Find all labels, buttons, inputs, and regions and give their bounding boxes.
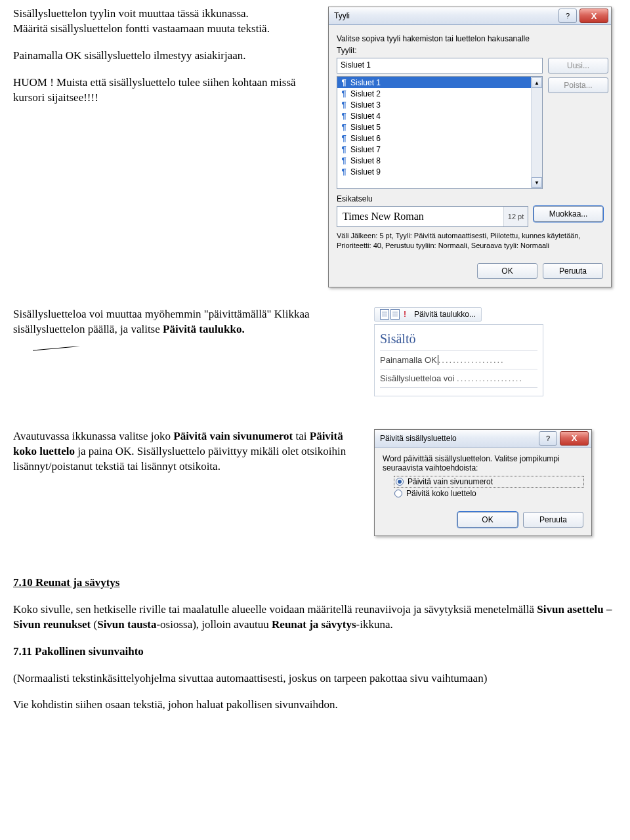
leader-dots: .................. bbox=[438, 355, 505, 365]
radio-icon bbox=[394, 490, 402, 497]
body-bold: Sivun tausta- bbox=[97, 618, 160, 631]
ok-button[interactable]: OK bbox=[457, 512, 518, 528]
list-item[interactable]: ¶Sisluet 1 bbox=[337, 77, 542, 88]
style-listbox[interactable]: ¶Sisluet 1 ¶Sisluet 2 ¶Sisluet 3 ¶Sislue… bbox=[337, 76, 543, 189]
doc-line: Sisällysluetteloa voi bbox=[380, 373, 454, 383]
pilcrow-icon: ¶ bbox=[340, 144, 348, 154]
body-bold: Reunat ja sävytys bbox=[272, 618, 356, 631]
new-button[interactable]: Uusi... bbox=[548, 58, 608, 74]
dialog-message: Word päivittää sisällysluettelon. Valits… bbox=[383, 454, 583, 472]
body-text: Vie kohdistin siihen osaan tekstiä, joho… bbox=[13, 698, 617, 713]
list-item[interactable]: ¶Sisluet 2 bbox=[337, 88, 542, 99]
list-item[interactable]: ¶Sisluet 3 bbox=[337, 99, 542, 110]
preview-size: 12 pt bbox=[503, 207, 528, 226]
body-text: tai bbox=[293, 430, 310, 442]
intro-line: Määritä sisällysluettelon fontti vastaam… bbox=[13, 22, 270, 35]
body-text: osiossa), jolloin avautuu bbox=[160, 618, 272, 631]
style-dialog: Tyyli ? X Valitse sopiva tyyli hakemisto… bbox=[328, 7, 612, 287]
cancel-button[interactable]: Peruuta bbox=[543, 263, 603, 279]
scroll-down-icon[interactable]: ▼ bbox=[532, 177, 542, 188]
instruction-label: Valitse sopiva tyyli hakemiston tai luet… bbox=[337, 34, 603, 43]
radio-update-entire[interactable]: Päivitä koko luettelo bbox=[394, 489, 583, 498]
dialog-title: Tyyli bbox=[334, 11, 558, 20]
pilcrow-icon: ¶ bbox=[340, 156, 348, 165]
ok-button[interactable]: OK bbox=[477, 263, 537, 279]
scroll-up-icon[interactable]: ▲ bbox=[532, 77, 542, 88]
list-item[interactable]: ¶Sisluet 9 bbox=[337, 166, 542, 177]
body-text: (Normaalisti tekstinkäsittelyohjelma siv… bbox=[13, 671, 617, 686]
section-heading: 7.11 Pakollinen sivunvaihto bbox=[13, 645, 144, 658]
modify-button[interactable]: Muokkaa... bbox=[534, 206, 603, 222]
intro-line: Painamalla OK sisällysluettelo ilmestyy … bbox=[13, 49, 315, 64]
body-text: Avautuvassa ikkunassa valitse joko bbox=[13, 430, 173, 442]
update-icon bbox=[404, 310, 410, 319]
preview-box: Times New Roman 12 pt bbox=[337, 206, 528, 227]
radio-label: Päivitä vain sivunumerot bbox=[408, 477, 493, 486]
list-item[interactable]: ¶Sisluet 8 bbox=[337, 155, 542, 166]
pilcrow-icon: ¶ bbox=[340, 100, 348, 110]
toc-icon bbox=[380, 309, 400, 320]
radio-update-pagenumbers[interactable]: Päivitä vain sivunumerot bbox=[394, 476, 583, 487]
cancel-button[interactable]: Peruuta bbox=[523, 512, 583, 528]
update-toc-ribbon-button[interactable]: Päivitä taulukko... bbox=[374, 307, 482, 322]
current-style-field[interactable]: Sisluet 1 bbox=[337, 58, 543, 74]
list-item[interactable]: ¶Sisluet 4 bbox=[337, 110, 542, 121]
list-item[interactable]: ¶Sisluet 7 bbox=[337, 144, 542, 155]
delete-button[interactable]: Poista... bbox=[548, 77, 608, 93]
svg-line-0 bbox=[33, 346, 368, 350]
dialog-title: Päivitä sisällysluettelo bbox=[380, 434, 539, 443]
help-button[interactable]: ? bbox=[558, 9, 577, 23]
pilcrow-icon: ¶ bbox=[340, 122, 348, 132]
scrollbar[interactable]: ▲ ▼ bbox=[531, 77, 542, 188]
body-text: -ikkuna. bbox=[356, 618, 393, 631]
doc-preview: Sisältö Painamalla OK.................. … bbox=[374, 324, 543, 396]
intro-line: Sisällysluettelon tyylin voit muuttaa tä… bbox=[13, 7, 249, 20]
section-heading: 7.10 Reunat ja sävytys bbox=[13, 576, 119, 589]
pilcrow-icon: ¶ bbox=[340, 77, 348, 87]
doc-line: Painamalla OK bbox=[380, 355, 437, 365]
body-bold: Päivitä vain sivunumerot bbox=[173, 430, 293, 442]
close-button[interactable]: X bbox=[560, 431, 589, 446]
toc-heading: Sisältö bbox=[380, 331, 537, 346]
preview-font-name: Times New Roman bbox=[337, 211, 503, 222]
list-item[interactable]: ¶Sisluet 6 bbox=[337, 133, 542, 144]
radio-icon bbox=[396, 478, 404, 486]
body-bold: Päivitä taulukko. bbox=[163, 323, 245, 335]
update-toc-dialog: Päivitä sisällysluettelo ? X Word päivit… bbox=[374, 429, 592, 536]
pilcrow-icon: ¶ bbox=[340, 111, 348, 121]
list-label: Tyylit: bbox=[337, 46, 603, 55]
style-description: Väli Jälkeen: 5 pt, Tyyli: Päivitä autom… bbox=[337, 231, 603, 251]
close-button[interactable]: X bbox=[579, 9, 608, 23]
pilcrow-icon: ¶ bbox=[340, 89, 348, 98]
intro-huom: HUOM ! bbox=[13, 76, 56, 89]
leader-dots: .................. bbox=[457, 373, 523, 383]
preview-label: Esikatselu bbox=[337, 194, 603, 203]
pilcrow-icon: ¶ bbox=[340, 133, 348, 143]
pilcrow-icon: ¶ bbox=[340, 167, 348, 177]
help-button[interactable]: ? bbox=[539, 431, 557, 446]
body-text: Sisällysluetteloa voi muuttaa myöhemmin … bbox=[13, 308, 310, 335]
radio-label: Päivitä koko luettelo bbox=[406, 489, 476, 498]
body-text: Koko sivulle, sen hetkiselle riville tai… bbox=[13, 603, 537, 616]
ribbon-label: Päivitä taulukko... bbox=[414, 310, 476, 319]
list-item[interactable]: ¶Sisluet 5 bbox=[337, 121, 542, 133]
